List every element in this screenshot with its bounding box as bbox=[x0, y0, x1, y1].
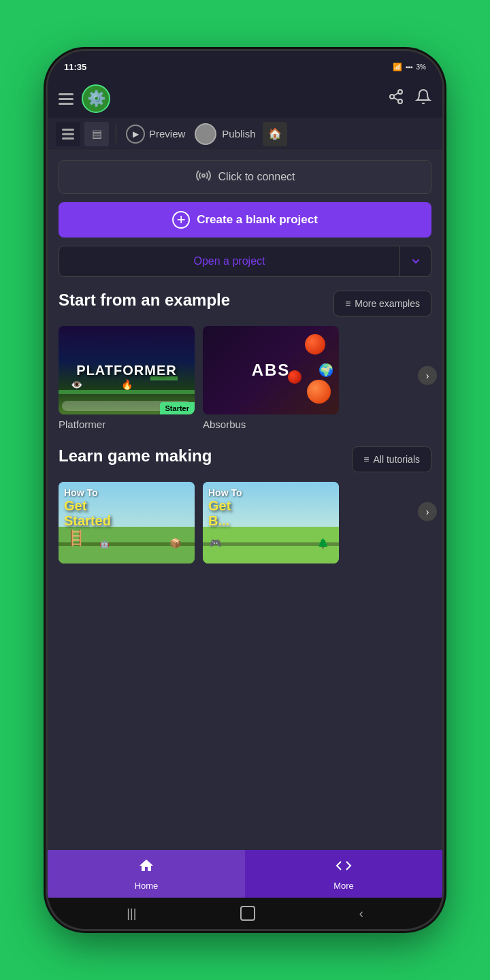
publish-toggle-icon bbox=[195, 123, 216, 145]
get-started-thumbnail: 🪜 🤖 📦 How To GetStarted bbox=[59, 482, 195, 564]
toolbar-publish-button[interactable]: Publish bbox=[195, 123, 255, 145]
tutorials-section: Learn game making ≡ All tutorials bbox=[59, 446, 431, 564]
bottom-nav: Home More bbox=[48, 850, 442, 898]
status-bar: 11:35 📶 ▪▪▪ 3% bbox=[48, 51, 442, 80]
more-examples-button[interactable]: ≡ More examples bbox=[333, 291, 431, 316]
examples-title: Start from an example bbox=[59, 291, 333, 310]
play-icon: ▶ bbox=[126, 125, 145, 144]
signal-icon: ▪▪▪ bbox=[406, 63, 413, 71]
back-button[interactable]: ‹ bbox=[359, 906, 363, 921]
absorbus-title: ABS bbox=[252, 361, 291, 380]
get-started-title: GetStarted bbox=[64, 498, 111, 528]
tutorial-card-get-b[interactable]: 🎮 🌲 How To GetB... bbox=[203, 482, 339, 564]
get-b-text-overlay: How To GetB... bbox=[208, 487, 242, 528]
phone-screen: 11:35 📶 ▪▪▪ 3% ⚙️ bbox=[48, 51, 442, 929]
logo-gear-icon: ⚙️ bbox=[87, 90, 105, 108]
svg-point-2 bbox=[398, 99, 402, 103]
hamburger-menu[interactable] bbox=[59, 93, 74, 105]
open-project-dropdown[interactable] bbox=[400, 246, 431, 277]
planet-3 bbox=[288, 370, 301, 384]
toolbar-menu-icon[interactable] bbox=[56, 122, 80, 146]
toolbar-layers-icon[interactable]: ▤ bbox=[84, 122, 109, 146]
toolbar: ▤ ▶ Preview Publish 🏠 bbox=[48, 118, 442, 150]
planet-1 bbox=[305, 334, 325, 355]
example-card-absorbus[interactable]: ABS 🌍 Absorbus bbox=[203, 326, 339, 430]
svg-point-8 bbox=[202, 174, 205, 177]
more-nav-label: More bbox=[333, 881, 354, 891]
starter-badge: Starter bbox=[160, 402, 195, 414]
header-left: ⚙️ bbox=[59, 84, 110, 113]
system-nav: ||| ‹ bbox=[48, 898, 442, 929]
svg-point-1 bbox=[390, 95, 394, 99]
list-icon: ≡ bbox=[345, 298, 350, 309]
status-time: 11:35 bbox=[64, 62, 86, 72]
svg-line-3 bbox=[394, 98, 399, 101]
platformer-title: PLATFORMER bbox=[76, 363, 176, 378]
preview-label: Preview bbox=[149, 128, 185, 140]
more-examples-label: More examples bbox=[355, 298, 420, 309]
how-to-label-2: How To bbox=[208, 487, 242, 498]
home-system-button[interactable] bbox=[240, 906, 255, 921]
back-icon: ‹ bbox=[359, 906, 363, 921]
examples-row: 👁️ 🔥 PLATFORMER Starter Platformer bbox=[59, 326, 431, 430]
open-project-row: Open a project bbox=[59, 246, 431, 277]
tutorials-scroll-container: 🪜 🤖 📦 How To GetStarted bbox=[59, 482, 431, 564]
list-icon-2: ≡ bbox=[363, 454, 369, 465]
tutorials-section-header: Learn game making ≡ All tutorials bbox=[59, 446, 431, 472]
platformer-label: Platformer bbox=[59, 419, 195, 430]
get-b-title: GetB... bbox=[208, 498, 242, 528]
connect-label: Click to connect bbox=[218, 171, 295, 183]
absorbus-label: Absorbus bbox=[203, 419, 339, 430]
notification-icon[interactable] bbox=[415, 88, 431, 109]
connect-icon bbox=[195, 167, 212, 187]
create-label: Create a blank project bbox=[197, 213, 318, 227]
share-icon[interactable] bbox=[388, 88, 404, 109]
main-content: Click to connect + Create a blank projec… bbox=[48, 150, 442, 850]
toolbar-separator bbox=[116, 125, 116, 144]
how-to-label: How To bbox=[64, 487, 111, 498]
more-nav-icon bbox=[336, 858, 352, 878]
svg-rect-5 bbox=[62, 129, 74, 131]
home-nav-label: Home bbox=[135, 881, 159, 891]
examples-scroll-right[interactable]: › bbox=[418, 365, 437, 385]
examples-scroll: 👁️ 🔥 PLATFORMER Starter Platformer bbox=[59, 326, 431, 430]
header-right bbox=[388, 88, 431, 109]
home-nav-icon bbox=[138, 858, 154, 878]
battery-icon: 3% bbox=[416, 63, 426, 71]
tutorial-card-get-started[interactable]: 🪜 🤖 📦 How To GetStarted bbox=[59, 482, 195, 564]
open-project-label: Open a project bbox=[194, 255, 265, 267]
examples-section-header: Start from an example ≡ More examples bbox=[59, 291, 431, 316]
absorbus-thumbnail: ABS 🌍 bbox=[203, 326, 339, 414]
publish-label: Publish bbox=[222, 128, 255, 140]
status-icons: 📶 ▪▪▪ 3% bbox=[393, 63, 426, 71]
planet-2 bbox=[307, 380, 331, 404]
get-b-thumbnail: 🎮 🌲 How To GetB... bbox=[203, 482, 339, 564]
all-tutorials-button[interactable]: ≡ All tutorials bbox=[352, 446, 431, 472]
tutorials-scroll-right[interactable]: › bbox=[418, 502, 437, 521]
open-project-button[interactable]: Open a project bbox=[59, 246, 400, 277]
all-tutorials-label: All tutorials bbox=[374, 454, 420, 465]
toolbar-preview-button[interactable]: ▶ Preview bbox=[123, 125, 188, 144]
svg-rect-7 bbox=[62, 137, 74, 140]
app-header: ⚙️ bbox=[48, 80, 442, 118]
create-plus-icon: + bbox=[172, 211, 190, 229]
get-started-text-overlay: How To GetStarted bbox=[64, 487, 111, 528]
example-card-platformer[interactable]: 👁️ 🔥 PLATFORMER Starter Platformer bbox=[59, 326, 195, 430]
recents-button[interactable]: ||| bbox=[127, 906, 136, 921]
create-blank-project-button[interactable]: + Create a blank project bbox=[59, 202, 431, 238]
svg-point-0 bbox=[398, 90, 402, 94]
app-logo[interactable]: ⚙️ bbox=[82, 84, 110, 113]
nav-more[interactable]: More bbox=[245, 850, 442, 898]
wifi-icon: 📶 bbox=[393, 63, 402, 71]
svg-line-4 bbox=[394, 93, 399, 96]
nav-home[interactable]: Home bbox=[48, 850, 245, 898]
phone-frame: 11:35 📶 ▪▪▪ 3% ⚙️ bbox=[48, 51, 442, 929]
tutorials-title: Learn game making bbox=[59, 446, 352, 466]
platformer-thumbnail: 👁️ 🔥 PLATFORMER Starter bbox=[59, 326, 195, 414]
connect-button[interactable]: Click to connect bbox=[59, 160, 431, 194]
home-toolbar-button[interactable]: 🏠 bbox=[263, 122, 287, 146]
tutorials-row: 🪜 🤖 📦 How To GetStarted bbox=[59, 482, 431, 564]
svg-rect-6 bbox=[62, 133, 74, 135]
recents-icon: ||| bbox=[127, 906, 136, 921]
